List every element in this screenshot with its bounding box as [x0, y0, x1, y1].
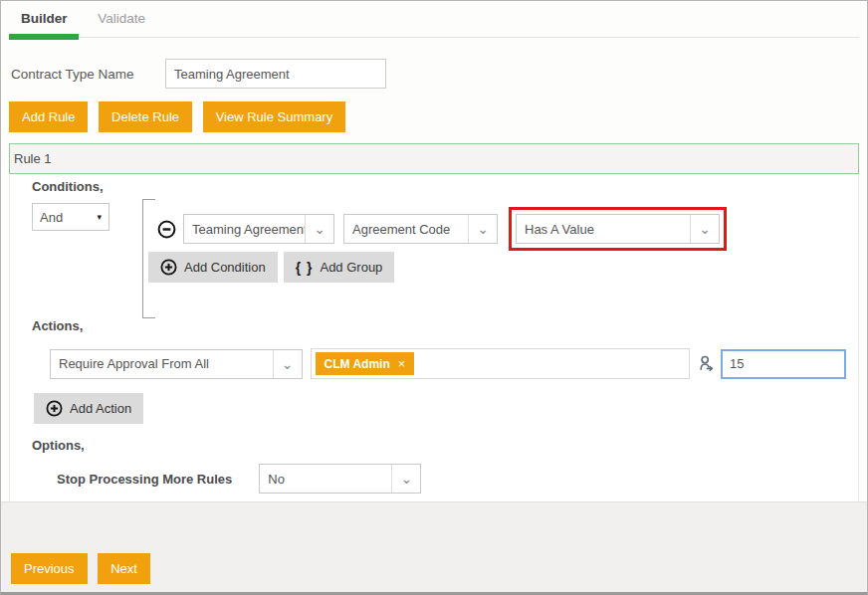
- condition-row: Teaming Agreement ⌄ Agreement Code ⌄ Has…: [157, 214, 720, 244]
- add-action-row: Add Action: [34, 393, 846, 424]
- add-condition-button[interactable]: Add Condition: [148, 252, 278, 283]
- condition-operator-dropdown[interactable]: Has A Value ⌄: [516, 214, 720, 244]
- conditions-section: And ▾ Teaming Agreement: [32, 199, 846, 318]
- previous-button[interactable]: Previous: [11, 553, 88, 584]
- actions-label: Actions,: [32, 318, 846, 334]
- condition-group: Teaming Agreement ⌄ Agreement Code ⌄ Has…: [157, 199, 720, 283]
- rule-builder-window: Builder Validate Contract Type Name Add …: [0, 0, 868, 595]
- chevron-down-icon: ⌄: [468, 215, 497, 243]
- remove-condition-icon[interactable]: [157, 220, 176, 239]
- action-type-dropdown[interactable]: Require Approval From All ⌄: [50, 349, 303, 379]
- chevron-down-icon: ⌄: [273, 350, 302, 378]
- condition-logic-value: And: [40, 210, 63, 225]
- condition-entity-dropdown[interactable]: Teaming Agreement ⌄: [183, 214, 334, 244]
- rule-container: Rule 1 Conditions, And ▾: [9, 143, 859, 504]
- approver-tag: CLM Admin ×: [316, 352, 415, 375]
- approval-count-input[interactable]: [721, 349, 846, 379]
- circled-plus-icon: [160, 259, 177, 276]
- contract-type-name-label: Contract Type Name: [11, 67, 165, 82]
- condition-logic-select[interactable]: And ▾: [32, 203, 109, 231]
- remove-tag-icon[interactable]: ×: [398, 357, 406, 370]
- add-action-button[interactable]: Add Action: [34, 393, 143, 424]
- circled-plus-icon: [46, 400, 63, 417]
- chevron-down-icon: ⌄: [690, 215, 719, 243]
- view-rule-summary-button[interactable]: View Rule Summary: [203, 101, 346, 132]
- condition-entity-value: Teaming Agreement: [184, 215, 305, 243]
- contract-type-row: Contract Type Name: [11, 59, 859, 89]
- stop-processing-dropdown[interactable]: No ⌄: [259, 464, 421, 494]
- contract-type-name-input[interactable]: [165, 59, 386, 89]
- tab-bar: Builder Validate: [9, 1, 859, 38]
- delete-rule-button[interactable]: Delete Rule: [99, 101, 192, 132]
- active-tab-indicator: [9, 34, 79, 40]
- add-group-button[interactable]: { } Add Group: [284, 252, 395, 283]
- braces-icon: { }: [296, 260, 314, 276]
- wizard-footer: Previous Next: [1, 501, 867, 592]
- chevron-down-icon: ⌄: [305, 215, 333, 243]
- options-label: Options,: [32, 438, 846, 454]
- action-type-value: Require Approval From All: [51, 350, 273, 378]
- tab-validate[interactable]: Validate: [98, 11, 145, 26]
- condition-attribute-dropdown[interactable]: Agreement Code ⌄: [343, 214, 498, 244]
- tab-builder[interactable]: Builder: [21, 11, 68, 26]
- approver-multiselect[interactable]: CLM Admin ×: [311, 348, 690, 379]
- rule-header[interactable]: Rule 1: [9, 143, 859, 174]
- condition-buttons: Add Condition { } Add Group: [148, 252, 720, 283]
- stop-processing-value: No: [260, 465, 391, 493]
- rule-toolbar: Add Rule Delete Rule View Rule Summary: [9, 101, 859, 132]
- stop-processing-label: Stop Processing More Rules: [57, 472, 232, 487]
- add-condition-label: Add Condition: [184, 260, 266, 275]
- rule-body: Conditions, And ▾: [9, 174, 859, 504]
- add-action-label: Add Action: [70, 401, 131, 416]
- add-rule-button[interactable]: Add Rule: [9, 101, 88, 132]
- options-row: Stop Processing More Rules No ⌄: [57, 464, 846, 494]
- chevron-down-icon: ⌄: [391, 465, 420, 493]
- conditions-label: Conditions,: [32, 179, 846, 195]
- next-button[interactable]: Next: [98, 553, 150, 584]
- assign-user-icon[interactable]: [698, 355, 715, 372]
- dropdown-arrow-icon: ▾: [97, 212, 102, 222]
- condition-attribute-value: Agreement Code: [344, 215, 468, 243]
- action-row: Require Approval From All ⌄ CLM Admin ×: [50, 348, 846, 379]
- approver-tag-label: CLM Admin: [325, 357, 390, 371]
- add-group-label: Add Group: [320, 260, 382, 275]
- condition-operator-value: Has A Value: [517, 215, 690, 243]
